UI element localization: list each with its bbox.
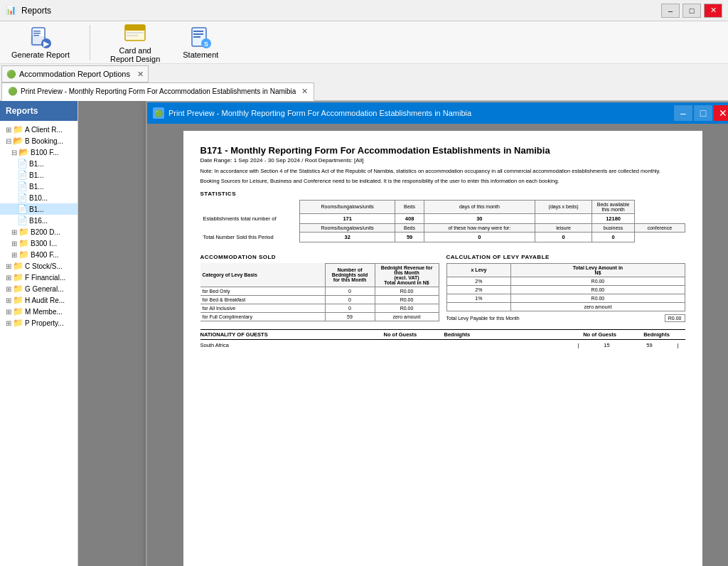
main-layout: Reports ⊞ 📁 A Client R... ⊟ 📂 B Booking.…	[0, 101, 728, 566]
folder-icon: 📁	[18, 250, 29, 260]
dialog-maximize[interactable]: □	[694, 105, 712, 121]
levy-rate-4	[446, 302, 511, 311]
row1-rooms: 171	[300, 213, 395, 223]
expand-icon: ⊞	[11, 251, 17, 259]
sidebar-item-b400[interactable]: ⊞ 📁 B400 F...	[0, 249, 77, 260]
sidebar-item-b100[interactable]: ⊟ 📂 B100 F...	[0, 146, 77, 158]
expand-icon: ⊞	[6, 126, 11, 134]
dialog-minimize[interactable]: –	[674, 105, 692, 121]
expand-icon: ⊞	[11, 240, 17, 247]
full-comp-count: 59	[325, 312, 375, 321]
levy-title: CALCULATION OF LEVY PAYABLE	[446, 254, 685, 260]
acc-sold-table: Category of Levy Basis Number ofBednight…	[200, 263, 439, 321]
num-bednights-header: Number ofBednights soldfor this Month	[325, 263, 375, 287]
sidebar-item-g-general[interactable]: ⊞ 📁 G General...	[0, 283, 77, 294]
expand-icon: ⊞	[11, 228, 17, 236]
sidebar-item-a-client[interactable]: ⊞ 📁 A Client R...	[0, 124, 77, 135]
total-levy-value: R0.00	[665, 314, 685, 322]
expand-icon: ⊞	[6, 297, 11, 304]
all-inclusive-revenue: R0.00	[375, 304, 439, 312]
svg-text:▶: ▶	[43, 40, 50, 48]
folder-icon: 📂	[13, 136, 23, 146]
minimize-button[interactable]: –	[661, 4, 680, 18]
maximize-button[interactable]: □	[682, 4, 701, 18]
expand-icon: ⊞	[6, 319, 11, 327]
sidebar-item-b1-2[interactable]: 📄 B1...	[0, 169, 77, 181]
days-x-beds-label	[535, 213, 592, 223]
folder-icon: 📁	[18, 238, 29, 248]
bednight-revenue-header: Bednight Revenue for this Month(excl. VA…	[375, 263, 439, 287]
generate-report-icon: ▶	[29, 26, 52, 49]
how-many-label: of these how many were for:	[424, 223, 535, 232]
estab-total-label: Establishments total number of	[200, 213, 300, 223]
dialog-controls: – □ ✕	[674, 105, 728, 121]
beds-avail-header: (days x beds)	[535, 200, 592, 213]
item-label: B1...	[29, 160, 44, 168]
sidebar-item-b1-selected[interactable]: 📄 B1...	[0, 203, 77, 215]
total-levy-header: Total Levy Amount inN$	[511, 263, 685, 277]
item-label: B1...	[29, 205, 44, 213]
acc-options-close-icon[interactable]: ✕	[137, 70, 144, 79]
pipe1: |	[572, 342, 586, 348]
col2-bednights: Bednights	[628, 331, 685, 338]
levy-table: x Levy Total Levy Amount inN$ 2% R0.00	[446, 263, 685, 311]
sa-bednights: 59	[628, 342, 671, 348]
acc-options-tab[interactable]: 🟢 Accommodation Report Options ✕	[1, 65, 149, 82]
svg-rect-8	[125, 25, 145, 31]
full-comp-row: for Full Complimentary	[200, 312, 326, 321]
card-report-label: Card and Report Design	[110, 46, 160, 63]
beds-avail-month-header: Beds available this month	[592, 200, 635, 213]
generate-report-button[interactable]: ▶ Generate Report	[6, 23, 75, 62]
levy-amount-4: zero amount	[511, 302, 685, 311]
sidebar-item-b16[interactable]: 📄 B16...	[0, 215, 77, 226]
row1-beds-avail: 12180	[592, 213, 635, 223]
item-label: B400 F...	[31, 251, 58, 259]
tab-area: 🟢 Accommodation Report Options ✕ 🟢 Print…	[0, 64, 728, 101]
print-preview-tab-close[interactable]: ✕	[301, 87, 308, 96]
country-name: South Africa	[200, 342, 572, 348]
card-report-design-button[interactable]: Card and Report Design	[105, 19, 166, 66]
sidebar-item-f-financial[interactable]: ⊞ 📁 F Financial...	[0, 272, 77, 283]
sidebar-tree: ⊞ 📁 A Client R... ⊟ 📂 B Booking... ⊟ 📂 B…	[0, 121, 77, 566]
dialog-title-bar: 🟢 Print Preview - Monthly Reporting Form…	[147, 102, 728, 124]
svg-text:S: S	[204, 41, 208, 48]
levy-amount-3: R0.00	[511, 294, 685, 302]
sidebar-item-c-stock[interactable]: ⊞ 📁 C Stock/S...	[0, 260, 77, 272]
report-area[interactable]: B171 - Monthly Reporting Form For Accomm…	[147, 124, 728, 566]
no-guests-header: No of Guests	[372, 331, 429, 338]
app-icon: 📊	[6, 5, 17, 16]
expand-icon: ⊟	[6, 137, 11, 145]
sidebar-item-h-audit[interactable]: ⊞ 📁 H Audit Re...	[0, 294, 77, 306]
beds-header: Beds	[395, 200, 424, 213]
sidebar-item-b1-1[interactable]: 📄 B1...	[0, 158, 77, 169]
sidebar-item-b200[interactable]: ⊞ 📁 B200 D...	[0, 226, 77, 237]
svg-rect-13	[193, 33, 203, 35]
item-label: B1...	[29, 171, 44, 179]
print-preview-tab[interactable]: 🟢 Print Preview - Monthly Reporting Form…	[1, 82, 314, 101]
folder-icon: 📁	[13, 124, 23, 134]
sidebar-item-b1-3[interactable]: 📄 B1...	[0, 181, 77, 192]
spacer-label	[200, 223, 300, 232]
sidebar-item-b10[interactable]: 📄 B10...	[0, 192, 77, 203]
full-comp-revenue: zero amount	[375, 312, 439, 321]
dialog-close[interactable]: ✕	[714, 105, 728, 121]
sidebar-item-p-property[interactable]: ⊞ 📁 P Property...	[0, 317, 77, 329]
row2-beds: 59	[395, 232, 424, 242]
nationality-section: NATIONALITY OF GUESTS No of Guests Bedni…	[200, 329, 685, 351]
row2-rooms: 32	[300, 232, 395, 242]
item-icon: 📄	[17, 193, 28, 203]
sidebar-item-b-booking[interactable]: ⊟ 📂 B Booking...	[0, 135, 77, 146]
sidebar-item-b300[interactable]: ⊞ 📁 B300 I...	[0, 237, 77, 249]
item-icon: 📄	[17, 159, 28, 169]
item-label: B300 I...	[31, 240, 57, 247]
levy-rate-1: 2%	[446, 277, 511, 285]
sidebar-item-m-member[interactable]: ⊞ 📁 M Membe...	[0, 306, 77, 317]
statement-button[interactable]: S Statement	[177, 23, 224, 62]
rooms-header: Rooms/bungalows/units	[300, 200, 395, 213]
close-button[interactable]: ✕	[704, 4, 722, 18]
generate-report-label: Generate Report	[11, 50, 70, 59]
row1-beds: 408	[395, 213, 424, 223]
levy-rate-2: 2%	[446, 285, 511, 294]
svg-rect-14	[193, 36, 200, 38]
expand-icon: ⊞	[6, 262, 11, 270]
